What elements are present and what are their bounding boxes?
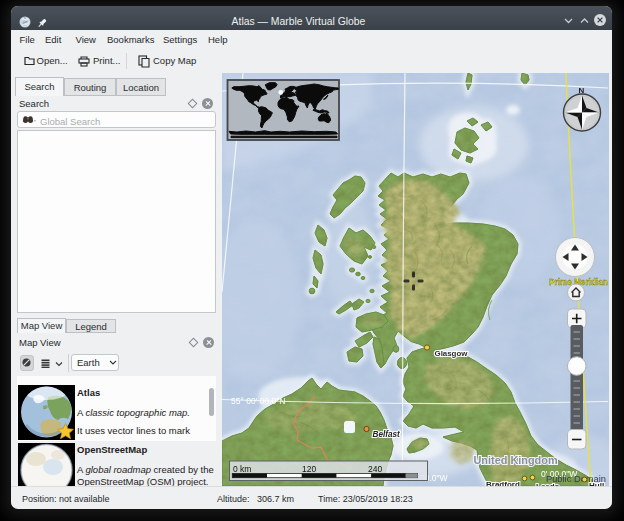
svg-text:Leeds: Leeds xyxy=(536,482,560,486)
svg-text:N: N xyxy=(579,86,585,95)
svg-text:0 km: 0 km xyxy=(233,464,251,474)
svg-text:Belfast: Belfast xyxy=(373,430,401,439)
svg-text:Hull: Hull xyxy=(589,481,604,487)
svg-text:55° 00' 00.0"N: 55° 00' 00.0"N xyxy=(231,396,285,406)
svg-text:Glasgow: Glasgow xyxy=(435,349,469,358)
svg-text:120: 120 xyxy=(302,464,316,474)
svg-text:United Kingdom: United Kingdom xyxy=(474,454,558,466)
svg-text:240: 240 xyxy=(368,464,382,474)
svg-text:Bradford: Bradford xyxy=(486,480,520,486)
